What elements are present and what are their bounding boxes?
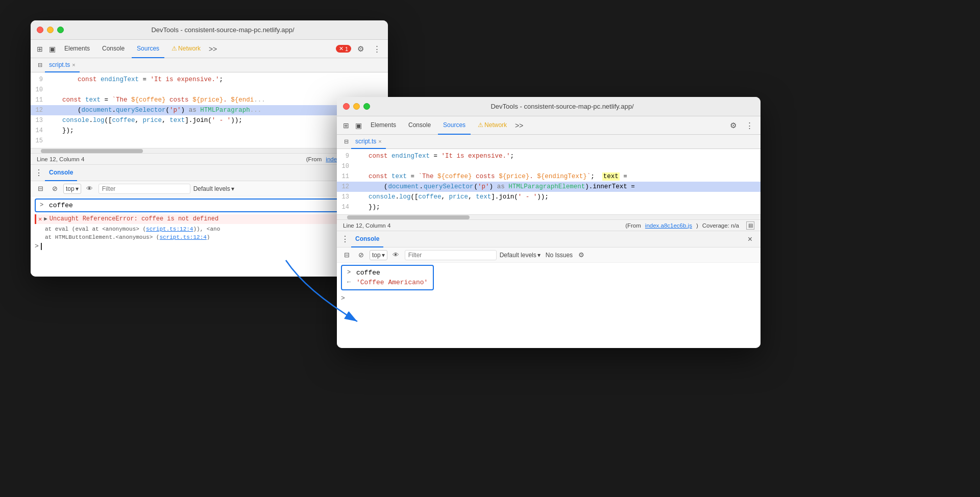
coverage-text: Coverage: n/a <box>702 222 739 229</box>
close-button-2[interactable] <box>343 103 350 110</box>
traffic-lights-1 <box>37 27 64 33</box>
console-tab-2[interactable]: Console <box>351 231 383 247</box>
scrollbar-2[interactable] <box>337 214 761 219</box>
more-options-button-1[interactable]: ⋮ <box>370 42 384 56</box>
devtools-toolbar-2: ⊞ ▣ Elements Console Sources ⚠ Network >… <box>337 116 761 135</box>
chevron-down-icon-2: ▾ <box>231 185 234 192</box>
more-tabs-icon-2[interactable]: >> <box>514 120 524 131</box>
cursor-icon-2[interactable]: ⊞ <box>341 120 351 131</box>
console-coffee-text-2: coffee <box>356 269 380 277</box>
maximize-button-2[interactable] <box>363 103 370 110</box>
chevron-down-icon-1: ▾ <box>76 185 79 192</box>
console-toolbar-1: ⊟ ⊘ top ▾ 👁 Default levels ▾ <box>31 181 388 196</box>
console-eye-icon-2[interactable]: 👁 <box>390 250 402 261</box>
console-context-selector-2[interactable]: top ▾ <box>370 250 387 260</box>
console-ban-icon-2[interactable]: ⊘ <box>355 250 366 261</box>
network-warning-icon-2: ⚠ <box>478 121 483 129</box>
code-line-13-w2: 13 console.log([coffee, price, text].joi… <box>337 192 761 202</box>
console-filter-input-2[interactable] <box>405 250 497 260</box>
error-x-icon: ✕ <box>339 45 344 52</box>
tab-network-2[interactable]: ⚠ Network <box>473 116 512 135</box>
settings-button-1[interactable]: ⚙ <box>353 42 368 56</box>
code-line-9-w1: 9 const endingText = 'It is expensive.'; <box>31 74 388 85</box>
console-panel-1: ⋮ Console ⊟ ⊘ top ▾ 👁 Default levels ▾ <box>31 164 388 277</box>
title-bar-2: DevTools - consistent-source-map-pc.netl… <box>337 97 761 116</box>
error-message-1: Uncaught ReferenceError: coffee is not d… <box>50 215 218 222</box>
traffic-lights-2 <box>343 103 370 110</box>
code-line-12-w2: 12 (document.querySelector('p') as HTMLP… <box>337 182 761 192</box>
console-default-levels-2[interactable]: Default levels ▾ <box>500 252 541 259</box>
status-link-2[interactable]: index.a8c1ec6b.js <box>645 222 692 229</box>
console-close-button[interactable]: × <box>744 233 756 246</box>
code-lines-2: 9 const endingText = 'It is expensive.';… <box>337 149 761 214</box>
console-tab-1[interactable]: Console <box>45 165 77 181</box>
console-entry-coffee-2: > coffee <box>347 268 428 278</box>
error-expand-1[interactable]: ▶ <box>44 215 47 222</box>
minimize-button-1[interactable] <box>47 27 54 33</box>
console-trace-1: at eval (eval at <anonymous> (script.ts:… <box>35 225 384 233</box>
console-cursor-1 <box>41 243 42 250</box>
console-header-1: ⋮ Console <box>31 165 388 181</box>
status-bar-1: Line 12, Column 4 (From index.a8c1ec6b.j… <box>31 153 388 164</box>
window-body-1: ⊟ script.ts × 9 const endingText = 'It i… <box>31 58 388 277</box>
scrollbar-1[interactable] <box>31 148 388 153</box>
console-context-selector-1[interactable]: top ▾ <box>63 184 81 194</box>
settings-button-2[interactable]: ⚙ <box>726 118 740 133</box>
expand-arrow-1[interactable]: > <box>40 202 47 209</box>
tab-elements-2[interactable]: Elements <box>365 116 401 135</box>
code-editor-1: 9 const endingText = 'It is expensive.';… <box>31 72 388 148</box>
console-eye-icon-1[interactable]: 👁 <box>84 183 95 194</box>
window-title-2: DevTools - consistent-source-map-pc.netl… <box>370 103 754 110</box>
device-icon[interactable]: ▣ <box>47 44 57 54</box>
status-bar-2: Line 12, Column 4 (From index.a8c1ec6b.j… <box>337 219 761 231</box>
expand-arrow-2[interactable]: > <box>347 269 354 276</box>
console-default-levels-1[interactable]: Default levels ▾ <box>193 185 234 192</box>
console-menu-icon-1[interactable]: ⋮ <box>35 168 43 178</box>
console-ban-icon-1[interactable]: ⊘ <box>49 183 60 194</box>
code-line-9-w2: 9 const endingText = 'It is expensive.'; <box>337 151 761 161</box>
window-title-1: DevTools - consistent-source-map-pc.netl… <box>64 26 382 34</box>
console-header-2: ⋮ Console × <box>337 231 761 247</box>
console-panel-2: ⋮ Console × ⊟ ⊘ top ▾ 👁 Default levels ▾… <box>337 231 761 348</box>
scrollbar-thumb-2[interactable] <box>347 215 470 219</box>
tab-sources-1[interactable]: Sources <box>132 40 164 58</box>
console-filter-input-1[interactable] <box>99 184 190 194</box>
code-section-1: 9 const endingText = 'It is expensive.';… <box>31 72 388 164</box>
more-options-button-2[interactable]: ⋮ <box>742 118 756 133</box>
console-sidebar-toggle-1[interactable]: ⊟ <box>35 183 46 194</box>
tab-console-1[interactable]: Console <box>97 40 130 58</box>
file-tab-script-1[interactable]: script.ts × <box>45 58 80 72</box>
file-tab-script-2[interactable]: script.ts × <box>351 135 386 149</box>
title-bar-1: DevTools - consistent-source-map-pc.netl… <box>31 20 388 40</box>
close-button-1[interactable] <box>37 27 43 33</box>
maximize-button-1[interactable] <box>57 27 64 33</box>
sidebar-toggle-2[interactable]: ⊟ <box>341 137 351 147</box>
console-settings-icon-2[interactable]: ⚙ <box>576 250 587 261</box>
trace-link-1[interactable]: script.ts:12:4 <box>146 226 193 232</box>
file-tab-close-2[interactable]: × <box>378 138 381 144</box>
tab-network-1[interactable]: ⚠ Network <box>166 40 206 58</box>
console-result-box: > coffee ← 'Coffee Americano' <box>341 265 434 290</box>
trace-link-2[interactable]: script.ts:12:4 <box>159 234 206 240</box>
file-tab-bar-1: ⊟ script.ts × <box>31 58 388 72</box>
scrollbar-thumb-1[interactable] <box>41 149 143 153</box>
tab-sources-2[interactable]: Sources <box>438 116 471 135</box>
device-icon-2[interactable]: ▣ <box>353 120 363 131</box>
return-arrow: ← <box>347 279 354 286</box>
file-tab-close-1[interactable]: × <box>72 62 75 68</box>
chevron-down-icon-3: ▾ <box>382 252 385 259</box>
tab-console-2[interactable]: Console <box>403 116 436 135</box>
console-sidebar-toggle-2[interactable]: ⊟ <box>341 250 352 261</box>
coverage-icon[interactable]: ▤ <box>746 221 754 230</box>
console-trace-2: at HTMLButtonElement.<anonymous> (script… <box>35 233 384 241</box>
code-line-10-w1: 10 <box>31 85 388 95</box>
console-content-2: > coffee ← 'Coffee Americano' > <box>337 263 761 348</box>
code-line-14-w1: 14 }); <box>31 126 388 136</box>
sidebar-toggle-1[interactable]: ⊟ <box>35 60 45 70</box>
minimize-button-2[interactable] <box>353 103 360 110</box>
cursor-icon[interactable]: ⊞ <box>35 44 45 54</box>
status-line-2: Line 12, Column 4 <box>343 222 390 229</box>
console-menu-icon-2[interactable]: ⋮ <box>341 234 349 244</box>
tab-elements-1[interactable]: Elements <box>59 40 95 58</box>
more-tabs-icon-1[interactable]: >> <box>208 44 218 54</box>
